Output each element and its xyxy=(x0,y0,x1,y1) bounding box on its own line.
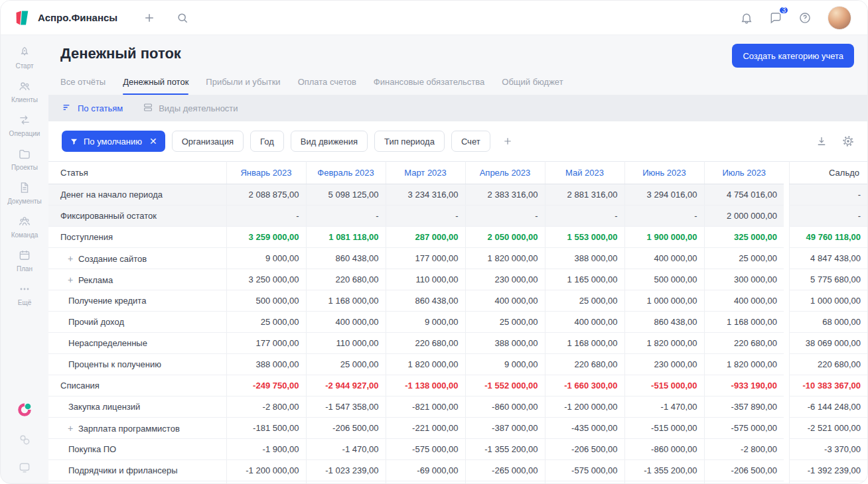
download-icon xyxy=(816,135,828,147)
row-label-text: Нераспределенные xyxy=(68,338,147,348)
cell-value: 25 000,00 xyxy=(226,312,306,333)
page-head: Денежный поток Создать категорию учета В… xyxy=(48,35,867,95)
brand[interactable]: Аспро.Финансы xyxy=(14,9,117,27)
extension-icon[interactable] xyxy=(18,433,31,446)
sidebar-item-start[interactable]: Старт xyxy=(7,46,42,70)
cell-value: -1 138 000,00 xyxy=(386,375,465,396)
column-header-month[interactable]: Апрель 2023 xyxy=(465,162,545,184)
help-icon xyxy=(798,11,812,25)
cell-value: -2 800,00 xyxy=(226,396,306,418)
active-filter-chip[interactable]: По умолчанию ✕ xyxy=(62,131,165,152)
support-icon[interactable] xyxy=(18,461,31,474)
expand-icon[interactable]: + xyxy=(66,423,75,434)
cell-saldo: -6 144 248,00 xyxy=(789,396,867,418)
tab-budget[interactable]: Общий бюджет xyxy=(502,77,563,87)
activity-types-icon xyxy=(143,102,153,115)
notifications-button[interactable] xyxy=(740,11,753,25)
row-label[interactable]: Прочий доход xyxy=(48,312,226,333)
export-button[interactable] xyxy=(816,135,828,147)
column-gap xyxy=(784,375,789,396)
filter-chip-year[interactable]: Год xyxy=(250,131,284,152)
sidebar-item-team[interactable]: Команда xyxy=(7,215,42,239)
cell-value: -1 200 000,00 xyxy=(545,481,624,484)
column-header-month[interactable]: Январь 2023 xyxy=(226,162,306,184)
tab-profit-loss[interactable]: Прибыли и убытки xyxy=(206,77,280,87)
sidebar-item-label: Клиенты xyxy=(11,96,38,103)
cell-value: 2 000 000,00 xyxy=(704,206,784,227)
cell-value: - xyxy=(545,206,624,227)
add-filter-button[interactable] xyxy=(498,132,517,151)
tab-all-reports[interactable]: Все отчёты xyxy=(60,77,106,87)
row-label-text: Реклама xyxy=(78,275,113,285)
help-button[interactable] xyxy=(798,11,812,25)
cell-saldo: -1 392 239,00 xyxy=(789,460,867,481)
cell-value: 300 000,00 xyxy=(704,269,784,290)
row-label[interactable]: Списания xyxy=(48,375,226,396)
expand-icon[interactable]: + xyxy=(66,274,75,285)
row-label[interactable]: Денег на начало периода xyxy=(48,184,226,206)
row-label[interactable]: +Реклама xyxy=(48,269,226,290)
cell-saldo: -6 144 248,00 xyxy=(789,481,867,484)
sidebar-item-plan[interactable]: План xyxy=(7,249,42,272)
sidebar: СтартКлиентыОперацииПроектыДокументыКома… xyxy=(1,35,48,483)
cell-value: 325 000,00 xyxy=(704,227,784,248)
sidebar-item-more[interactable]: Ещё xyxy=(7,282,42,306)
cell-saldo: -10 383 367,00 xyxy=(789,375,867,396)
row-label[interactable]: Нераспределенные xyxy=(48,333,226,354)
row-label[interactable]: Покупка ПО xyxy=(48,439,226,460)
sidebar-item-projects[interactable]: Проекты xyxy=(7,147,42,171)
cell-value: - xyxy=(226,206,306,227)
create-category-button[interactable]: Создать категорию учета xyxy=(732,44,854,68)
cell-value: -2 900,00 xyxy=(226,481,306,484)
column-header-month[interactable]: Июль 2023 xyxy=(704,162,784,184)
column-header-month[interactable]: Июнь 2023 xyxy=(624,162,704,184)
row-label[interactable]: Проценты к получению xyxy=(48,354,226,375)
column-header-month[interactable]: Май 2023 xyxy=(545,162,624,184)
filter-chip-movement-type[interactable]: Вид движения xyxy=(291,131,368,152)
cell-value: 25 000,00 xyxy=(306,354,386,375)
filter-row: По умолчанию ✕ ОрганизацияГодВид движени… xyxy=(48,121,867,161)
clear-filter-icon[interactable]: ✕ xyxy=(149,137,157,146)
cell-value: 1 168 000,00 xyxy=(545,333,624,354)
settings-button[interactable] xyxy=(842,135,854,147)
report-tabs: Все отчётыДенежный потокПрибыли и убытки… xyxy=(60,77,854,95)
table-row: Денег на начало периода2 088 875,005 098… xyxy=(48,184,867,206)
sidebar-item-label: Проекты xyxy=(11,164,38,171)
filter-chip-organization[interactable]: Организация xyxy=(172,131,244,152)
sidebar-item-clients[interactable]: Клиенты xyxy=(7,80,42,103)
filter-chip-account[interactable]: Счет xyxy=(451,131,490,152)
cell-value: -221 000,00 xyxy=(386,418,465,439)
table-row: Покупка ПО-1 900,00-1 470,00-575 000,00-… xyxy=(48,439,867,460)
cell-value: 9 000,00 xyxy=(226,248,306,269)
filter-chip-period-type[interactable]: Тип периода xyxy=(374,131,445,152)
row-label[interactable]: Поступления xyxy=(48,227,226,248)
sidebar-item-documents[interactable]: Документы xyxy=(7,181,42,205)
cell-value: 177 000,00 xyxy=(226,333,306,354)
cashflow-table: СтатьяЯнварь 2023Февраль 2023Март 2023Ап… xyxy=(48,161,867,483)
cell-value: 1 900 000,00 xyxy=(624,227,704,248)
avatar[interactable] xyxy=(828,6,851,30)
expand-icon[interactable]: + xyxy=(66,253,75,264)
row-label[interactable]: Фиксированный остаток xyxy=(48,206,226,227)
quick-add-button[interactable] xyxy=(143,11,156,25)
column-header-month[interactable]: Март 2023 xyxy=(386,162,465,184)
cell-value: -860 000,00 xyxy=(465,396,545,418)
search-button[interactable] xyxy=(176,11,189,25)
row-label[interactable]: Получение кредита xyxy=(48,290,226,312)
cell-saldo: 220 680,00 xyxy=(789,354,867,375)
column-header-month[interactable]: Февраль 2023 xyxy=(306,162,386,184)
row-label[interactable]: +Зарплата программистов xyxy=(48,418,226,439)
tab-invoice-payment[interactable]: Оплата счетов xyxy=(298,77,356,87)
active-filter-label: По умолчанию xyxy=(84,137,142,147)
subtab-by-articles[interactable]: По статьям xyxy=(62,102,123,115)
row-label[interactable]: Закупка лицензий xyxy=(48,396,226,418)
tab-liabilities[interactable]: Финансовые обязательства xyxy=(374,77,484,87)
tab-cash-flow[interactable]: Денежный поток xyxy=(123,77,188,87)
subtab-activity-types[interactable]: Виды деятельности xyxy=(143,102,238,115)
row-label[interactable]: +Создание сайтов xyxy=(48,248,226,269)
row-label[interactable]: +Зарплата программистов xyxy=(48,481,226,484)
row-label[interactable]: Подрядчики и фрилансеры xyxy=(48,460,226,481)
sidebar-item-operations[interactable]: Операции xyxy=(7,113,42,137)
brand-secondary-icon[interactable] xyxy=(16,401,33,418)
cell-value: 2 383 316,00 xyxy=(465,184,545,206)
